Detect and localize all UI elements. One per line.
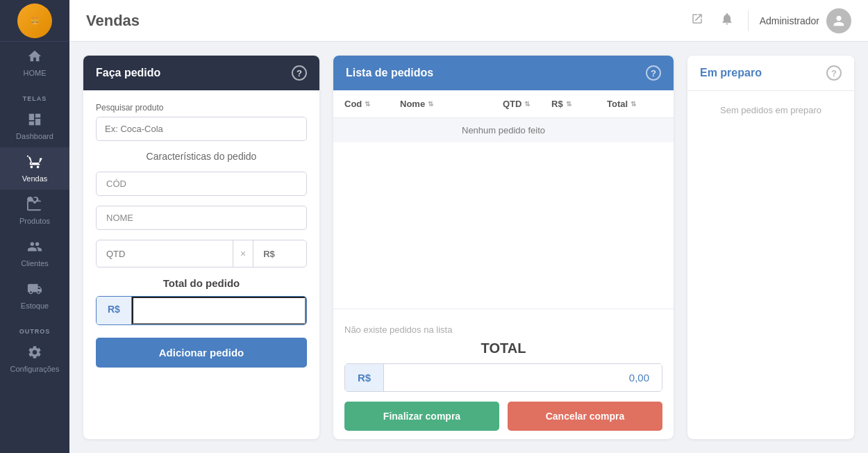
col-qtd[interactable]: QTD ⇅ [503,99,551,109]
sidebar-item-label: Dashboard [16,132,53,140]
sidebar-item-label: HOME [24,69,47,77]
order-help-icon[interactable]: ? [292,65,307,81]
prep-help-icon[interactable]: ? [826,65,842,81]
qtd-rs-row: × [96,240,307,267]
add-order-button[interactable]: Adicionar pedido [96,338,307,368]
total-rs-prefix: R$ [97,297,132,324]
sidebar: 🍔 HOME TELAS Dashboard Vendas Produtos C… [0,0,69,453]
sidebar-item-clientes[interactable]: Clientes [0,232,69,274]
dashboard-icon [27,112,42,129]
total-big-input-row: R$ [344,363,662,392]
col-nome[interactable]: Nome ⇅ [400,99,503,109]
order-card: Faça pedido ? Pesquisar produto Caracter… [83,56,319,439]
cod-field: CÓD [96,172,307,196]
total-big-rs-prefix: R$ [345,364,384,391]
qtd-input[interactable] [97,242,233,265]
sort-nome-icon: ⇅ [428,100,433,108]
table-rows-area [333,142,674,308]
external-link-button[interactable] [688,10,706,31]
col-total[interactable]: Total ⇅ [607,99,662,109]
warehouse-icon [27,281,42,299]
sidebar-item-home[interactable]: HOME [0,42,69,84]
cart-icon [27,154,42,172]
list-card-title: Lista de pedidos [346,67,433,79]
multiply-icon: × [233,240,253,267]
rs-input[interactable] [253,242,307,265]
search-label: Pesquisar produto [96,103,307,113]
list-card-header: Lista de pedidos ? [333,56,674,90]
col-cod[interactable]: Cod ⇅ [344,99,400,109]
total-big-label: TOTAL [344,340,662,356]
sidebar-item-label: Produtos [19,217,50,225]
sort-total-icon: ⇅ [631,100,636,108]
total-input-row: R$ [96,296,307,325]
table-empty-message: Nenhum pedido feito [333,118,674,142]
page-title: Vendas [86,12,140,30]
avatar [826,8,851,33]
search-input[interactable] [96,117,307,141]
no-pedidos-text: Não existe pedidos na lista [344,318,662,340]
cancel-button[interactable]: Cancelar compra [508,402,662,431]
sidebar-item-estoque[interactable]: Estoque [0,274,69,317]
sidebar-item-label: Estoque [21,302,49,310]
list-footer: Não existe pedidos na lista TOTAL R$ Fin… [333,308,674,439]
table-header: Cod ⇅ Nome ⇅ QTD ⇅ R$ ⇅ [333,90,674,118]
sidebar-item-dashboard[interactable]: Dashboard [0,105,69,147]
sidebar-item-vendas[interactable]: Vendas [0,147,69,190]
sort-qtd-icon: ⇅ [524,100,530,108]
total-value-input[interactable] [132,297,306,324]
total-big-value[interactable] [384,364,662,391]
col-rs[interactable]: R$ ⇅ [551,99,607,109]
sidebar-item-label: Clientes [21,259,49,267]
content-area: Faça pedido ? Pesquisar produto Caracter… [69,42,868,453]
sort-rs-icon: ⇅ [566,100,571,108]
prep-card-title: Em preparo [700,67,762,79]
header-right: Administrador [688,8,851,33]
sidebar-item-label: Configurações [10,365,60,373]
logo-image: 🍔 [17,3,52,38]
box-icon [27,197,42,214]
gear-icon [27,345,42,362]
sidebar-section-telas: TELAS [0,95,69,102]
order-card-title: Faça pedido [96,67,160,79]
characteristics-label: Características do pedido [96,151,307,162]
user-name: Administrador [760,15,819,26]
nome-field: NOME [96,206,307,230]
notifications-button[interactable] [717,9,737,32]
sidebar-logo: 🍔 [0,0,69,42]
order-card-header: Faça pedido ? [83,56,319,90]
sort-cod-icon: ⇅ [365,100,370,108]
list-card: Lista de pedidos ? Cod ⇅ Nome ⇅ QTD [333,56,674,439]
sidebar-item-label: Vendas [22,174,48,183]
action-buttons: Finalizar compra Cancelar compra [344,402,662,431]
sidebar-item-configuracoes[interactable]: Configurações [0,338,69,380]
home-icon [27,49,42,66]
sidebar-item-produtos[interactable]: Produtos [0,190,69,232]
header-divider [748,10,749,31]
prep-empty-message: Sem pedidos em preparo [687,91,854,129]
finalize-button[interactable]: Finalizar compra [344,402,499,431]
header: Vendas Administrador [69,0,868,42]
users-icon [27,239,42,256]
header-user[interactable]: Administrador [760,8,851,33]
search-section: Pesquisar produto [96,103,307,141]
main-area: Vendas Administrador Faça pedido ? [69,0,868,453]
order-card-body: Pesquisar produto Características do ped… [83,90,319,439]
total-pedido-label: Total do pedido [96,277,307,289]
prep-card: Em preparo ? Sem pedidos em preparo [687,56,854,439]
sidebar-section-outros: OUTROS [0,328,69,335]
list-help-icon[interactable]: ? [646,65,661,81]
prep-card-header: Em preparo ? [687,56,854,91]
list-card-body: Cod ⇅ Nome ⇅ QTD ⇅ R$ ⇅ [333,90,674,439]
total-section: Total do pedido R$ [96,277,307,325]
